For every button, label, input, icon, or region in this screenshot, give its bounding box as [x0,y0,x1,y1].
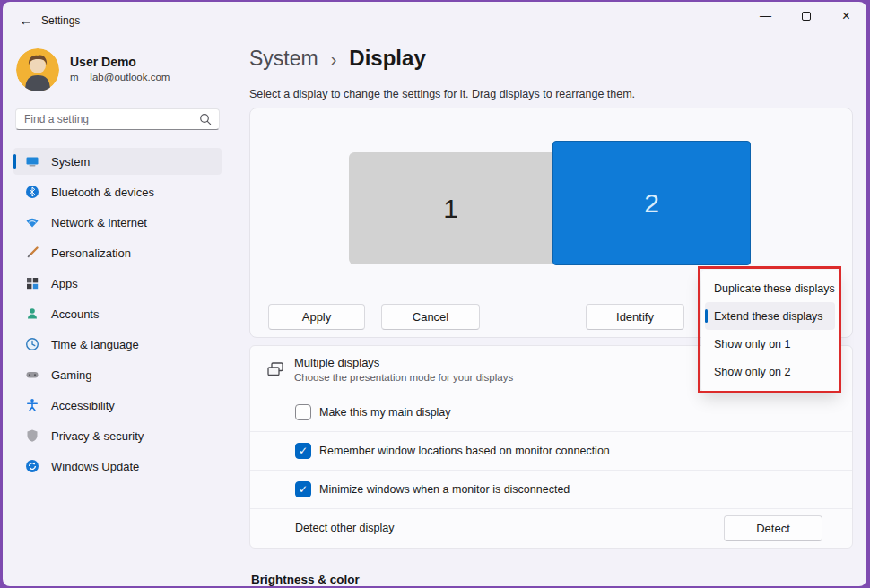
sidebar-item-label: Privacy & security [51,429,144,443]
search-input[interactable] [24,109,190,129]
minimize-windows-label: Minimize windows when a monitor is disco… [319,483,570,496]
accounts-icon [25,307,39,321]
dropdown-item-show-only-2[interactable]: Show only on 2 [705,358,835,385]
breadcrumb-parent[interactable]: System [249,47,318,71]
sidebar-item-label: Gaming [51,368,92,382]
minimize-icon[interactable]: — [745,2,786,30]
gaming-icon [25,368,39,382]
maximize-icon[interactable] [786,2,826,30]
sidebar-item-label: System [51,155,90,169]
privacy-icon [25,428,39,443]
window-title: Settings [41,14,80,27]
settings-window: ← Settings — × User Demo m__lab@outlook.… [3,2,866,586]
dropdown-item-show-only-1[interactable]: Show only on 1 [705,330,835,358]
search-box [15,108,220,130]
sidebar-item-label: Personalization [51,246,131,260]
monitor-2[interactable]: 2 [552,141,751,265]
main-display-checkbox[interactable]: ✓ [295,404,311,420]
monitor-1[interactable]: 1 [349,152,552,264]
user-profile[interactable]: User Demo m__lab@outlook.com [13,45,222,97]
remember-locations-checkbox[interactable]: ✓ [295,443,311,459]
sidebar-item-accounts[interactable]: Accounts [13,300,222,327]
sidebar-item-label: Accessibility [51,399,115,412]
sidebar-item-label: Apps [51,277,78,290]
avatar [16,48,59,91]
page-subtitle: Select a display to change the settings … [249,88,635,100]
maximize-glyph [802,12,811,21]
detect-display-label: Detect other display [295,522,394,534]
sidebar-item-privacy-security[interactable]: Privacy & security [13,422,222,449]
user-email: m__lab@outlook.com [70,72,170,82]
sidebar-item-label: Network & internet [51,216,147,229]
titlebar: ← Settings — × [3,2,866,38]
magnifier-icon[interactable] [199,113,212,129]
sidebar-item-system[interactable]: System [13,148,222,175]
detect-button[interactable]: Detect [724,515,822,541]
sidebar-item-personalization[interactable]: Personalization [13,239,222,266]
main-display-label: Make this my main display [319,406,451,419]
identify-button[interactable]: Identify [586,304,684,330]
display-mode-dropdown: Duplicate these displays Extend these di… [701,270,839,392]
bluetooth-icon [25,185,39,199]
breadcrumb: System › Display [249,46,426,71]
check-icon: ✓ [299,445,308,457]
sidebar-item-label: Bluetooth & devices [51,186,154,199]
windows-update-icon [25,459,39,473]
close-icon[interactable]: × [826,2,866,30]
window-controls: — × [745,2,866,30]
apps-icon [25,276,39,290]
network-icon [25,215,39,229]
multiple-displays-icon [265,359,285,383]
sidebar-item-bluetooth-devices[interactable]: Bluetooth & devices [13,178,222,205]
personalization-icon [25,246,39,260]
remember-locations-row: ✓ Remember window locations based on mon… [250,432,852,471]
dropdown-item-duplicate[interactable]: Duplicate these displays [705,274,835,302]
sidebar-item-accessibility[interactable]: Accessibility [13,392,222,419]
minimize-windows-checkbox[interactable]: ✓ [295,481,311,497]
dropdown-item-extend[interactable]: Extend these displays [705,302,835,330]
system-icon [25,154,39,169]
cancel-button[interactable]: Cancel [381,304,480,330]
user-name: User Demo [70,55,136,69]
sidebar-item-label: Windows Update [51,460,139,473]
page-title: Display [349,46,425,71]
sidebar-item-label: Time & language [51,338,139,351]
accessibility-icon [25,398,39,412]
sidebar-item-gaming[interactable]: Gaming [13,361,222,388]
multiple-displays-title: Multiple displays [294,356,379,369]
sidebar-item-apps[interactable]: Apps [13,270,222,297]
time-language-icon [25,337,39,351]
sidebar-item-label: Accounts [51,307,99,321]
sidebar-item-windows-update[interactable]: Windows Update [13,453,222,480]
multiple-displays-subtitle: Choose the presentation mode for your di… [294,372,513,383]
detect-display-row: Detect other display Detect [250,509,852,548]
sidebar-item-time-language[interactable]: Time & language [13,331,222,358]
sidebar-nav: System Bluetooth & devices Network & int… [13,148,222,480]
minimize-windows-row: ✓ Minimize windows when a monitor is dis… [250,471,852,509]
breadcrumb-separator: › [331,49,337,70]
remember-locations-label: Remember window locations based on monit… [319,445,610,457]
check-icon: ✓ [299,483,308,496]
main-display-row: ✓ Make this my main display [250,393,852,432]
apply-button[interactable]: Apply [268,304,365,330]
back-icon[interactable]: ← [14,10,38,30]
sidebar-item-network-internet[interactable]: Network & internet [13,209,222,236]
brightness-color-heading: Brightness & color [251,573,360,586]
sidebar: User Demo m__lab@outlook.com System Blue… [13,45,222,483]
